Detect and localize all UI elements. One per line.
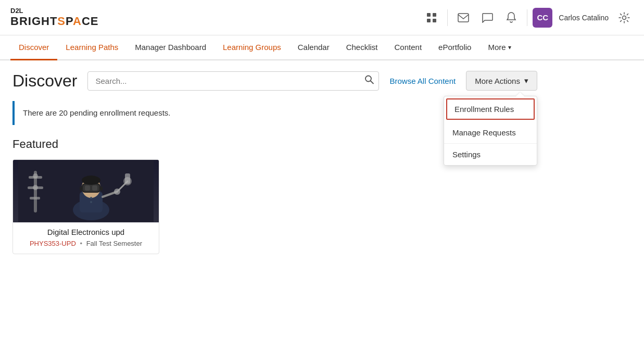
svg-point-26 (90, 201, 92, 203)
featured-card[interactable]: Digital Electronics upd PHYS353-UPD • Fa… (12, 159, 159, 254)
svg-rect-4 (458, 14, 469, 22)
page-title: Discover (12, 71, 77, 91)
logo-brightspace: BRIGHTSPACE (10, 15, 99, 28)
featured-section-title: Featured (12, 137, 632, 151)
header-divider-1 (447, 9, 448, 26)
card-image (13, 160, 159, 222)
svg-rect-31 (125, 173, 130, 184)
svg-rect-0 (427, 13, 431, 17)
chevron-down-icon: ▾ (508, 44, 511, 51)
avatar-button[interactable]: CC (533, 8, 552, 28)
mail-button[interactable] (453, 7, 474, 28)
semester-label: Fall Test Semester (86, 240, 142, 247)
svg-rect-21 (92, 185, 97, 191)
top-header: D2L BRIGHTSPACE (0, 0, 644, 35)
svg-rect-3 (433, 19, 436, 22)
nav-item-discover[interactable]: Discover (10, 35, 57, 60)
browse-all-content-link[interactable]: Browse All Content (389, 77, 456, 85)
logo-accent: A (73, 15, 82, 28)
dropdown-item-manage-requests[interactable]: Manage Requests (444, 122, 537, 144)
svg-point-29 (114, 189, 120, 195)
nav-item-eportfolio[interactable]: ePortfolio (430, 35, 479, 60)
main-content: Discover Browse All Content More Actions… (0, 60, 644, 265)
nav-item-more[interactable]: More ▾ (479, 35, 519, 60)
search-button[interactable] (364, 75, 374, 87)
svg-point-25 (90, 197, 92, 199)
mail-icon (458, 13, 469, 22)
svg-rect-12 (30, 197, 40, 199)
grid-icon (426, 12, 437, 23)
notification-text: There are 20 pending enrollment requests… (23, 108, 171, 117)
more-actions-label: More Actions (475, 77, 520, 85)
nav-bar: Discover Learning Paths Manager Dashboar… (0, 35, 644, 60)
dropdown-item-settings[interactable]: Settings (444, 144, 537, 165)
chat-icon (482, 12, 493, 23)
search-input[interactable] (87, 71, 379, 91)
svg-point-14 (33, 185, 38, 190)
page-header: Discover Browse All Content More Actions… (12, 71, 632, 91)
card-image-placeholder (13, 160, 159, 222)
dropdown-item-enrollment-rules[interactable]: Enrollment Rules (446, 98, 535, 120)
user-name-label: Carlos Catalino (559, 14, 609, 22)
dropdown-arrow (516, 92, 524, 96)
notification-banner: There are 20 pending enrollment requests… (12, 101, 632, 125)
search-container (87, 71, 379, 91)
header-right: CC Carlos Catalino (421, 7, 634, 28)
logo: D2L BRIGHTSPACE (10, 7, 99, 27)
card-illustration (18, 160, 154, 222)
grid-icon-button[interactable] (421, 7, 442, 28)
search-icon (364, 75, 374, 84)
more-actions-dropdown: Enrollment Rules Manage Requests Setting… (444, 96, 537, 166)
nav-item-checklist[interactable]: Checklist (338, 35, 386, 60)
svg-point-6 (365, 76, 371, 82)
nav-item-calendar[interactable]: Calendar (289, 35, 338, 60)
course-code: PHYS353-UPD (30, 240, 76, 247)
bell-button[interactable] (501, 7, 522, 28)
nav-item-manager-dashboard[interactable]: Manager Dashboard (127, 35, 214, 60)
more-actions-button[interactable]: More Actions ▾ (466, 71, 537, 91)
nav-item-content[interactable]: Content (386, 35, 431, 60)
nav-item-learning-paths[interactable]: Learning Paths (57, 35, 127, 60)
svg-point-5 (623, 16, 626, 19)
svg-rect-23 (100, 186, 103, 191)
svg-line-7 (371, 81, 373, 84)
more-actions-wrapper: More Actions ▾ Enrollment Rules Manage R… (466, 71, 537, 91)
chat-button[interactable] (477, 7, 498, 28)
svg-rect-22 (80, 186, 82, 191)
header-divider-2 (527, 9, 527, 26)
svg-rect-1 (433, 13, 436, 17)
svg-rect-20 (85, 185, 90, 191)
gear-icon (618, 12, 630, 23)
logo-d2l: D2L (10, 7, 99, 15)
bullet-separator: • (80, 240, 82, 247)
card-title: Digital Electronics upd (19, 228, 153, 236)
svg-point-24 (82, 176, 100, 185)
card-body: Digital Electronics upd PHYS353-UPD • Fa… (13, 222, 159, 254)
svg-rect-2 (427, 19, 431, 22)
settings-gear-button[interactable] (615, 8, 634, 27)
nav-item-learning-groups[interactable]: Learning Groups (214, 35, 289, 60)
logo-orange-letter: S (57, 15, 66, 28)
card-meta: PHYS353-UPD • Fall Test Semester (19, 240, 153, 247)
bell-icon (506, 12, 516, 23)
svg-point-13 (33, 173, 38, 179)
more-label: More (488, 43, 506, 52)
more-actions-chevron-icon: ▾ (524, 76, 528, 85)
